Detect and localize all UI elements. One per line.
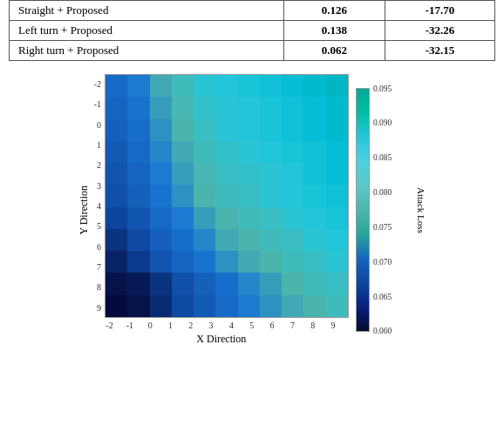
y-tick-label: 9 <box>97 298 101 318</box>
heatmap-cell <box>150 229 172 251</box>
heatmap-cell <box>194 207 215 229</box>
y-tick-label: 5 <box>97 216 101 236</box>
table-row-val1: 0.126 <box>283 1 385 21</box>
y-tick-label: 6 <box>97 237 101 257</box>
colorbar <box>356 88 370 332</box>
heatmap-cell <box>106 273 127 294</box>
heatmap-cell <box>127 185 149 206</box>
heatmap-cell <box>282 229 303 251</box>
heatmap-cell <box>215 119 237 141</box>
heatmap-cell <box>194 163 215 185</box>
heatmap-cell <box>172 207 194 229</box>
heatmap-cell <box>282 163 303 185</box>
x-tick-label: 4 <box>221 321 242 330</box>
heatmap-cell <box>150 163 172 185</box>
table-row-val2: -17.70 <box>385 1 494 21</box>
heatmap-cell <box>172 163 194 185</box>
heatmap-cell <box>106 185 127 206</box>
heatmap-cell <box>215 141 237 163</box>
heatmap-cell <box>172 185 194 206</box>
table-section: Straight + Proposed0.126-17.70Left turn … <box>0 0 504 70</box>
colorbar-tick-label: 0.060 <box>373 331 392 332</box>
heatmap-cell <box>238 141 260 163</box>
table-row-label: Right turn + Proposed <box>10 41 284 61</box>
x-ticks: -2-10123456789 <box>99 321 344 330</box>
heatmap-cell <box>106 295 127 317</box>
heatmap-cell <box>326 141 348 163</box>
y-tick-label: 4 <box>97 196 101 216</box>
y-tick-label: 1 <box>97 135 101 155</box>
x-tick-label: -2 <box>99 321 119 330</box>
heatmap-cell <box>260 295 282 317</box>
heatmap-cell <box>127 251 149 273</box>
heatmap-cell <box>260 75 282 97</box>
chart-and-axes: -2-10123456789 -2-10123456789 X Directio… <box>94 74 349 346</box>
heatmap-cell <box>172 229 194 251</box>
heatmap-cell <box>106 97 127 118</box>
heatmap-cell <box>303 141 325 163</box>
heatmap-cell <box>172 97 194 118</box>
heatmap-cell <box>303 251 325 273</box>
heatmap-cell <box>303 207 325 229</box>
x-tick-label: 8 <box>303 321 323 330</box>
heatmap-cell <box>303 97 325 118</box>
heatmap-cell <box>194 295 215 317</box>
results-table: Straight + Proposed0.126-17.70Left turn … <box>9 0 495 61</box>
heatmap-cell <box>238 229 260 251</box>
y-tick-label: 3 <box>97 176 101 196</box>
heatmap-cell <box>260 251 282 273</box>
heatmap-cell <box>106 119 127 141</box>
heatmap-cell <box>172 141 194 163</box>
heatmap-cell <box>150 295 172 317</box>
heatmap-cell <box>127 295 149 317</box>
heatmap-cell <box>326 295 348 317</box>
heatmap-cell <box>326 75 348 97</box>
colorbar-ticks: 0.0950.0900.0850.0800.0750.0700.0650.060 <box>373 88 392 332</box>
heatmap-cell <box>326 97 348 118</box>
colorbar-tick-label: 0.085 <box>373 158 392 159</box>
y-tick-label: -2 <box>94 74 101 94</box>
heatmap-cell <box>215 229 237 251</box>
heatmap-cell <box>215 163 237 185</box>
x-axis-label: X Direction <box>196 333 246 346</box>
x-tick-label: 3 <box>201 321 221 330</box>
heatmap-cell <box>194 273 215 294</box>
x-tick-label: 7 <box>283 321 303 330</box>
colorbar-tick-label: 0.075 <box>373 226 392 227</box>
heatmap-cell <box>172 251 194 273</box>
heatmap-cell <box>238 251 260 273</box>
heatmap-cell <box>238 163 260 185</box>
heatmap-cell <box>172 295 194 317</box>
heatmap-cell <box>238 295 260 317</box>
x-tick-label: 5 <box>242 321 262 330</box>
heatmap-cell <box>215 185 237 206</box>
heatmap-cell <box>215 273 237 294</box>
heatmap-cell <box>150 75 172 97</box>
heatmap-cell <box>127 75 149 97</box>
heatmap-cell <box>303 185 325 206</box>
table-row-val2: -32.26 <box>385 21 494 41</box>
heatmap-cell <box>260 273 282 294</box>
heatmap-cell <box>194 97 215 118</box>
heatmap-cell <box>215 207 237 229</box>
heatmap-cell <box>127 273 149 294</box>
heatmap-cell <box>260 185 282 206</box>
heatmap-cell <box>172 119 194 141</box>
heatmap-cell <box>303 295 325 317</box>
y-tick-label: 2 <box>97 155 101 175</box>
heatmap-cell <box>106 207 127 229</box>
colorbar-tick-label: 0.095 <box>373 88 392 89</box>
heatmap-cell <box>238 185 260 206</box>
colorbar-tick-label: 0.080 <box>373 192 392 193</box>
heatmap-cell <box>238 75 260 97</box>
heatmap-cell <box>282 207 303 229</box>
heatmap-cell <box>326 251 348 273</box>
heatmap-cell <box>150 97 172 118</box>
heatmap-cell <box>106 229 127 251</box>
colorbar-label: Attack Loss <box>416 187 426 233</box>
heatmap-cell <box>150 185 172 206</box>
table-row-label: Straight + Proposed <box>10 1 284 21</box>
heatmap-cell <box>326 207 348 229</box>
heatmap-cell <box>194 185 215 206</box>
heatmap-cell <box>150 273 172 294</box>
